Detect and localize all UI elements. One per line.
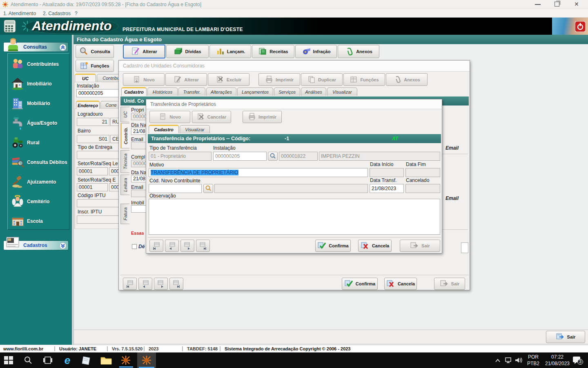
infracao-button[interactable]: Infração [295, 45, 337, 58]
dta-nasc-field[interactable]: 21/08 [131, 128, 146, 135]
transfer-novo-button[interactable]: Novo [149, 111, 190, 123]
anexos-button[interactable]: Anexos [338, 45, 379, 58]
motivo-field[interactable]: TRANSFERÊNCIA DE PROPRIETÁRIO [149, 168, 368, 177]
speaker-icon[interactable] [514, 357, 523, 366]
logradouro-num-field[interactable]: 21 [77, 118, 109, 126]
setor-leitura-field-1[interactable]: 00001 [77, 167, 108, 175]
sidebar-item-ajuizamento[interactable]: Ajuizamento [11, 174, 72, 190]
collapse-down-icon[interactable] [59, 242, 67, 251]
uc-duplicar-button[interactable]: Duplicar [301, 73, 343, 86]
alterar-button[interactable]: Alterar [123, 45, 165, 58]
sidebar-item-escola[interactable]: Escola [11, 213, 72, 229]
nav-next-button[interactable] [154, 278, 168, 290]
power-button-icon[interactable] [575, 21, 586, 34]
internet-explorer-icon[interactable]: e [61, 354, 74, 366]
debito-checkbox[interactable] [132, 244, 137, 249]
uc-tab-visualizar[interactable]: Visualizar [327, 88, 357, 96]
uc-tab-historicos[interactable]: Históricos [147, 88, 178, 96]
dividas-button[interactable]: Dívidas [166, 45, 209, 58]
contribuinte-codigo-field[interactable]: 000001822 [279, 152, 318, 161]
tab-uc[interactable]: UC [75, 74, 96, 82]
uc-dialog-titlebar[interactable]: Cadastro de Unidades Consumidoras [119, 61, 470, 72]
sidebar-item-imobiliario[interactable]: Imobiliário [11, 76, 72, 92]
menu-atendimento[interactable]: 1. Atendimento [3, 11, 36, 16]
uc-tab-servicos[interactable]: Serviços [274, 88, 300, 96]
lancamentos-button[interactable]: Lançam. [209, 45, 251, 58]
nav-first-button[interactable] [123, 278, 137, 290]
consulta-button[interactable]: Consulta [76, 45, 114, 58]
file-explorer-icon[interactable] [100, 356, 112, 367]
nav-first-button[interactable] [149, 240, 163, 252]
proprietario-field[interactable]: 00000 [131, 113, 146, 120]
start-button[interactable] [4, 356, 13, 366]
uc-tab-analises[interactable]: Análises [301, 88, 326, 96]
transfer-dialog-titlebar[interactable]: Transferência de Proprietários [146, 99, 442, 109]
sidebar-item-rural[interactable]: Rural [11, 135, 72, 151]
transfer-confirma-button[interactable]: Confirma [315, 240, 351, 252]
nav-prev-button[interactable] [138, 278, 152, 290]
nav-prev-button[interactable] [165, 240, 179, 252]
nav-next-button[interactable] [180, 240, 194, 252]
notes-app-icon[interactable] [82, 356, 91, 367]
task-view-icon[interactable] [43, 356, 52, 366]
tab-endereco[interactable]: Endereço [76, 101, 100, 109]
data-transf-field[interactable]: 21/08/2023 [370, 184, 404, 193]
menu-cadastros[interactable]: 2. Cadastros [43, 11, 71, 16]
transfer-tab-cadastro[interactable]: Cadastro [149, 125, 179, 133]
transfer-cancela-button[interactable]: Cancela [358, 240, 392, 252]
uc-vtab-contrib[interactable]: Contrib. [120, 123, 129, 148]
uc-tab-alteracoes[interactable]: Alterações [206, 88, 236, 96]
uc-alterar-button[interactable]: Alterar [165, 73, 207, 86]
menu-help[interactable]: ? [75, 11, 78, 16]
compl-field[interactable]: 00000 [131, 160, 146, 167]
uc-anexos-button[interactable]: Anexos [386, 73, 428, 86]
notification-icon[interactable]: 3 [572, 356, 582, 366]
contribuinte-nome-field[interactable]: IMPERIA PEZZIN [319, 152, 440, 161]
uc-imprimir-button[interactable]: Imprimir [258, 73, 300, 86]
bairro-code-field[interactable]: S01 [77, 135, 109, 143]
sidebar-item-cemiterio[interactable]: Cemitério [11, 193, 72, 210]
setor-entrega-field-1[interactable]: 00001 [77, 183, 108, 191]
uc-tab-lancamentos[interactable]: Lançamentos [237, 88, 273, 96]
nav-last-button[interactable] [196, 240, 210, 252]
funcoes-button[interactable]: Funções [76, 60, 114, 72]
uc-confirma-button[interactable]: Confirma [342, 278, 378, 290]
uc-vtab-tecnica[interactable]: Técnica [120, 150, 129, 173]
nav-last-button[interactable] [169, 278, 183, 290]
novo-contribuinte-nome-field[interactable] [214, 184, 368, 193]
minimize-button[interactable] [535, 4, 541, 5]
small-right-field[interactable] [461, 242, 468, 253]
network-icon[interactable] [505, 357, 513, 365]
tray-chevron-icon[interactable] [495, 357, 501, 365]
uc-tab-cadastro[interactable]: Cadastro [121, 87, 147, 96]
transfer-sair-button[interactable]: Sair [400, 240, 440, 252]
uc-vtab-fatura[interactable]: Fatura [120, 204, 129, 224]
sidebar-item-mobiliario[interactable]: Mobiliário [11, 95, 72, 112]
sidebar-item-contribuintes[interactable]: Contribuintes [11, 56, 72, 72]
instalacao-search-button[interactable] [268, 152, 278, 161]
contribuinte-search-button[interactable] [203, 184, 213, 193]
receitas-button[interactable]: Receitas [252, 45, 294, 58]
observacao-textarea[interactable] [149, 199, 440, 235]
uc-vtab-uc[interactable]: UC [120, 107, 129, 122]
sidebar-item-consulta-debitos[interactable]: Consulta Débitos [11, 154, 72, 171]
clock[interactable]: 07:22 21/08/2023 [543, 354, 572, 367]
sidebar-item-agua-esgoto[interactable]: Água/Esgoto [11, 115, 72, 131]
uc-sair-button[interactable]: Sair [434, 278, 465, 290]
close-button[interactable]: ✕ [574, 1, 579, 7]
cancelado-field[interactable] [405, 184, 440, 193]
transfer-cancelar-button[interactable]: Cancelar [192, 111, 231, 123]
uc-vtab-leitura[interactable]: Leitura [120, 175, 129, 195]
tipo-transferencia-combo[interactable]: 01 - Proprietário [149, 152, 212, 161]
uc-excluir-button[interactable]: Excluir [208, 73, 249, 86]
cod-novo-contribuinte-field[interactable] [149, 184, 202, 193]
instalacao-field[interactable]: 000000205 [213, 152, 267, 161]
uc-funcoes-button[interactable]: Funções [343, 73, 385, 86]
data-fim-field[interactable] [405, 168, 440, 177]
email-field[interactable] [131, 142, 146, 149]
taskbar-search-icon[interactable] [24, 356, 33, 366]
main-sair-button[interactable]: Sair [546, 331, 585, 343]
fiorilli-app-icon[interactable] [120, 355, 131, 367]
uc-tab-transfer[interactable]: Transfer. [178, 88, 205, 96]
fiorilli-app2-active[interactable] [137, 352, 156, 368]
